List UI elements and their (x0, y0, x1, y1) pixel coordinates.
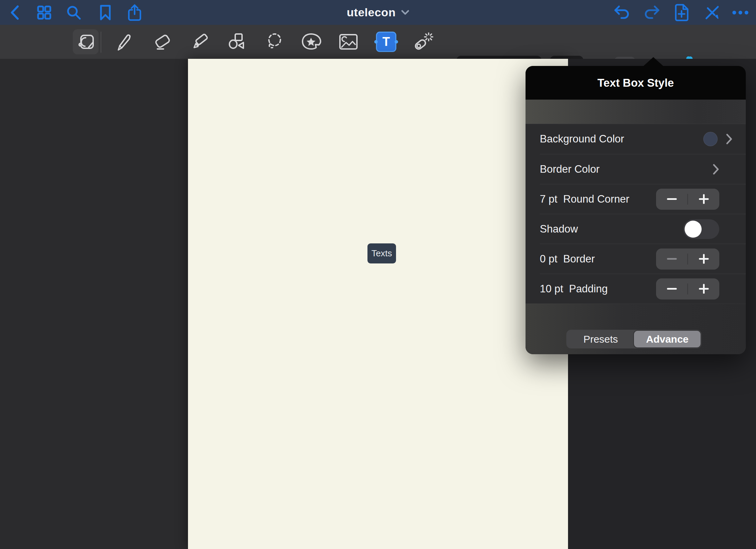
navbar: utelecon (0, 0, 756, 25)
document-title[interactable]: utelecon (347, 6, 396, 19)
pen-cross-icon (704, 5, 720, 20)
presets-advance-segmented-control: Presets Advance (566, 330, 702, 348)
lasso-icon (264, 32, 284, 52)
padding-stepper (656, 278, 719, 299)
undo-icon (614, 5, 630, 20)
search-button[interactable] (62, 0, 86, 25)
share-button[interactable] (123, 0, 147, 25)
thumbnails-button[interactable] (32, 0, 56, 25)
panel-footer: Presets Advance (526, 304, 746, 354)
border-width-value: 0 pt (540, 253, 557, 265)
more-ellipsis-icon (732, 11, 749, 15)
toggle-knob (685, 221, 702, 238)
padding-minus-button[interactable] (656, 278, 687, 299)
row-round-corner: 7 pt Round Corner (540, 184, 746, 214)
row-background-color[interactable]: Background Color (526, 124, 746, 154)
background-color-label: Background Color (540, 133, 624, 145)
border-width-minus-button[interactable] (656, 248, 687, 270)
image-icon (339, 34, 358, 50)
add-page-icon (674, 4, 689, 21)
row-shadow: Shadow (540, 214, 746, 244)
tool-toolbar: T HiraginoSans-… 16 (0, 25, 756, 59)
add-page-button[interactable] (670, 0, 693, 25)
laser-pointer-icon (413, 32, 433, 52)
search-icon (66, 5, 81, 20)
padding-plus-button[interactable] (688, 278, 719, 299)
bookmark-icon (99, 5, 111, 20)
redo-icon (643, 5, 660, 20)
lasso-tool[interactable] (260, 25, 289, 59)
eraser-tool[interactable] (147, 25, 176, 59)
panel-header: Text Box Style (526, 66, 746, 100)
round-corner-minus-button[interactable] (656, 189, 687, 210)
sticker-icon (301, 33, 321, 51)
popover-arrow (643, 57, 664, 66)
toolbar-divider (101, 32, 101, 53)
laser-pointer-tool[interactable] (409, 25, 438, 59)
pan-tool-icon (76, 32, 96, 51)
round-corner-label: Round Corner (563, 193, 630, 205)
row-padding: 10 pt Padding (540, 274, 746, 304)
highlighter-tool[interactable] (185, 25, 214, 59)
border-width-label: Border (563, 253, 595, 265)
canvas-textbox[interactable]: Texts (367, 243, 396, 263)
grid-view-icon (37, 5, 51, 20)
panel-preview-band (526, 100, 746, 124)
share-icon (127, 4, 142, 21)
textbox-style-panel: Text Box Style Background Color Border C… (526, 66, 746, 354)
row-border-width: 0 pt Border (540, 244, 746, 274)
back-icon (10, 5, 20, 20)
highlighter-icon (190, 32, 210, 52)
segment-presets[interactable]: Presets (567, 331, 634, 347)
padding-value: 10 pt (540, 283, 563, 295)
page-canvas[interactable] (188, 59, 568, 549)
round-corner-stepper (656, 189, 719, 210)
eraser-icon (152, 32, 172, 52)
sticker-tool[interactable] (296, 25, 326, 59)
image-tool[interactable] (334, 25, 363, 59)
segment-advance[interactable]: Advance (634, 331, 701, 347)
text-tool-handle-left (374, 40, 378, 44)
pan-tool[interactable] (71, 25, 101, 59)
title-chevron-down-icon[interactable] (401, 10, 409, 15)
text-tool-handle-right (395, 40, 398, 44)
back-button[interactable] (3, 0, 27, 25)
canvas-textbox-label: Texts (372, 248, 392, 259)
padding-label: Padding (569, 283, 608, 295)
background-color-swatch[interactable] (703, 132, 718, 146)
more-button[interactable] (728, 0, 752, 25)
shadow-label: Shadow (540, 223, 578, 235)
text-tool-active[interactable]: T (372, 25, 401, 59)
chevron-right-icon (712, 164, 719, 175)
shapes-icon (227, 32, 247, 52)
shapes-tool[interactable] (222, 25, 252, 59)
border-color-label: Border Color (540, 163, 600, 175)
panel-title: Text Box Style (598, 76, 674, 89)
round-corner-value: 7 pt (540, 193, 557, 205)
row-border-color[interactable]: Border Color (540, 154, 746, 184)
chevron-right-icon (726, 134, 733, 144)
bookmark-button[interactable] (93, 0, 117, 25)
text-tool-icon: T (376, 32, 396, 52)
redo-button[interactable] (640, 0, 664, 25)
shadow-toggle[interactable] (683, 219, 719, 239)
round-corner-plus-button[interactable] (688, 189, 719, 210)
border-width-stepper (656, 248, 719, 270)
pen-icon (115, 32, 134, 51)
pen-mode-button[interactable] (700, 0, 724, 25)
left-margin (0, 59, 188, 549)
undo-button[interactable] (610, 0, 634, 25)
border-width-plus-button[interactable] (688, 248, 719, 270)
pen-tool[interactable] (110, 25, 139, 59)
